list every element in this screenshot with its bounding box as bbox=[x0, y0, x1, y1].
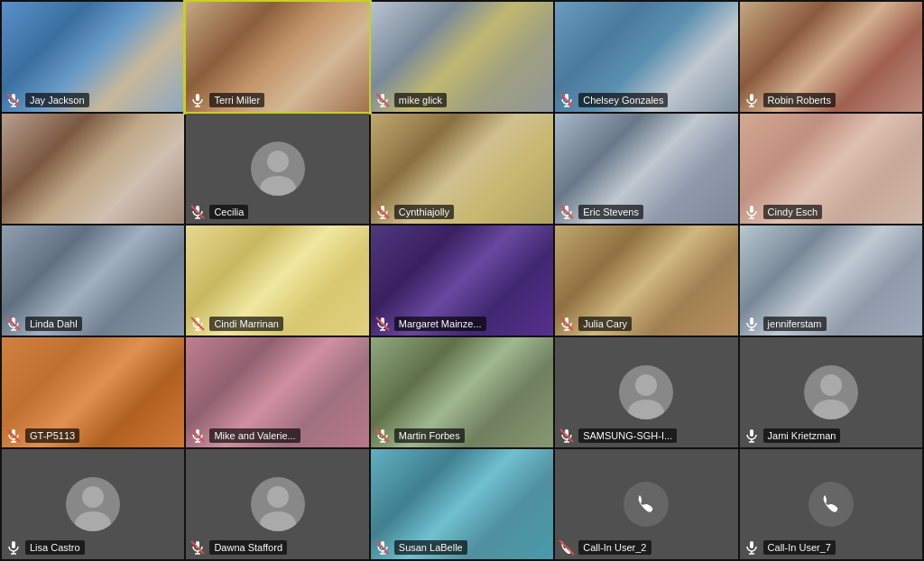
svg-point-82 bbox=[267, 486, 289, 508]
mic-muted-icon bbox=[5, 92, 22, 108]
label-cynthia-jolly: Cynthiajolly bbox=[374, 204, 550, 220]
name-tag-mike-glick: mike glick bbox=[394, 93, 447, 107]
svg-point-66 bbox=[635, 374, 657, 396]
name-tag-cecilia: Cecilia bbox=[209, 205, 248, 219]
svg-rect-15 bbox=[750, 94, 753, 101]
label-jami-krietzman: Jami Krietzman bbox=[744, 428, 919, 444]
name-tag-chelsey-gonzales: Chelsey Gonzales bbox=[578, 93, 668, 107]
mic-active-icon bbox=[744, 316, 760, 332]
mic-active-icon bbox=[744, 204, 760, 220]
mic-active-icon bbox=[189, 92, 206, 108]
tile-cynthia-jolly[interactable]: Cynthiajolly bbox=[371, 114, 553, 224]
svg-point-83 bbox=[260, 511, 296, 531]
tile-eric-stevens[interactable]: Eric Stevens bbox=[555, 114, 737, 224]
svg-rect-74 bbox=[750, 429, 753, 437]
mic-muted-icon bbox=[374, 92, 391, 108]
name-tag-julia-cary: Julia Cary bbox=[578, 317, 632, 331]
tile-linda-dahl[interactable]: Linda Dahl bbox=[2, 225, 184, 336]
tile-jay-jackson[interactable]: Jay Jackson bbox=[2, 2, 184, 112]
label-chelsey-gonzales: Chelsey Gonzales bbox=[559, 92, 734, 108]
svg-rect-32 bbox=[750, 206, 753, 213]
label-robin-roberts: Robin Roberts bbox=[744, 92, 919, 108]
svg-rect-51 bbox=[750, 317, 753, 325]
avatar-jami-krietzman bbox=[804, 365, 858, 419]
mic-muted-icon bbox=[559, 428, 575, 444]
name-tag-cindy-esch: Cindy Esch bbox=[763, 205, 823, 219]
tile-lisa-castro[interactable]: Lisa Castro bbox=[2, 449, 184, 559]
phone-icon-callin-user-2 bbox=[624, 482, 669, 527]
tile-julia-cary[interactable]: Julia Cary bbox=[555, 225, 737, 336]
tile-gt-p5113[interactable]: GT-P5113 bbox=[2, 337, 184, 447]
name-tag-lisa-castro: Lisa Castro bbox=[25, 540, 85, 555]
avatar-cecilia bbox=[251, 142, 305, 196]
mic-active-icon bbox=[5, 539, 22, 556]
mic-muted-icon bbox=[374, 316, 391, 332]
label-julia-cary: Julia Cary bbox=[559, 316, 734, 332]
mic-active-icon bbox=[744, 92, 760, 108]
tile-cindi-marrinan[interactable]: Cindi Marrinan bbox=[186, 225, 368, 336]
name-tag-susan-labelle: Susan LaBelle bbox=[394, 540, 467, 555]
label-linda-dahl: Linda Dahl bbox=[5, 316, 180, 332]
label-cindy-esch: Cindy Esch bbox=[744, 204, 919, 220]
tile-jennifer-stam[interactable]: jenniferstam bbox=[740, 225, 922, 336]
name-tag-robin-roberts: Robin Roberts bbox=[763, 93, 836, 107]
tile-dawna-stafford[interactable]: Dawna Stafford bbox=[186, 449, 368, 559]
tile-cindy-esch[interactable]: Cindy Esch bbox=[740, 114, 922, 224]
mic-muted-icon bbox=[5, 316, 22, 332]
tile-mike-glick[interactable]: mike glick bbox=[371, 2, 553, 112]
tile-martin-forbes[interactable]: Martin Forbes bbox=[371, 337, 553, 447]
mic-active-icon bbox=[744, 539, 760, 556]
svg-point-67 bbox=[628, 400, 664, 419]
tile-samsung-sgh[interactable]: SAMSUNG-SGH-I... bbox=[555, 337, 737, 447]
label-mike-valerie: Mike and Valerie... bbox=[189, 428, 365, 444]
phone-icon-callin-user-7 bbox=[808, 482, 854, 527]
label-lisa-castro: Lisa Castro bbox=[5, 539, 180, 556]
avatar-lisa-castro bbox=[66, 477, 120, 531]
svg-point-77 bbox=[82, 486, 104, 508]
mic-muted-icon bbox=[559, 316, 575, 332]
mic-muted-icon bbox=[559, 539, 575, 556]
label-margaret-mainze: Margaret Mainze... bbox=[374, 316, 550, 332]
svg-point-72 bbox=[820, 374, 842, 396]
tile-robin-roberts[interactable]: Robin Roberts bbox=[740, 2, 922, 112]
tile-callin-user-7[interactable]: Call-In User_7 bbox=[740, 449, 922, 559]
tile-chelsey-gonzales[interactable]: Chelsey Gonzales bbox=[555, 2, 737, 112]
name-tag-samsung-sgh: SAMSUNG-SGH-I... bbox=[578, 428, 677, 443]
label-samsung-sgh: SAMSUNG-SGH-I... bbox=[559, 428, 734, 444]
name-tag-cynthia-jolly: Cynthiajolly bbox=[394, 205, 454, 219]
tile-cecilia[interactable]: Cecilia bbox=[186, 114, 368, 224]
mic-muted-icon bbox=[374, 428, 391, 444]
name-tag-callin-user-7: Call-In User_7 bbox=[763, 540, 836, 555]
label-eric-stevens: Eric Stevens bbox=[559, 204, 734, 220]
tile-unnamed1[interactable] bbox=[2, 114, 184, 224]
avatar-samsung-sgh bbox=[619, 365, 673, 419]
mic-muted-icon bbox=[189, 428, 206, 444]
avatar-dawna-stafford bbox=[251, 477, 305, 531]
label-cindi-marrinan: Cindi Marrinan bbox=[189, 316, 365, 332]
mic-muted-icon bbox=[559, 204, 575, 220]
name-tag-martin-forbes: Martin Forbes bbox=[394, 428, 465, 443]
name-tag-jennifer-stam: jenniferstam bbox=[763, 317, 827, 331]
label-gt-p5113: GT-P5113 bbox=[5, 428, 180, 444]
tile-mike-valerie[interactable]: Mike and Valerie... bbox=[186, 337, 368, 447]
mic-muted-icon bbox=[374, 204, 391, 220]
video-bg-unnamed1 bbox=[2, 114, 184, 224]
tile-susan-labelle[interactable]: Susan LaBelle bbox=[371, 449, 553, 559]
mic-muted-icon bbox=[5, 428, 22, 444]
name-tag-jay-jackson: Jay Jackson bbox=[25, 93, 89, 107]
mic-muted-icon bbox=[189, 316, 206, 332]
tile-callin-user-2[interactable]: Call-In User_2 bbox=[555, 449, 737, 559]
tile-jami-krietzman[interactable]: Jami Krietzman bbox=[740, 337, 922, 447]
mic-muted-icon bbox=[189, 539, 206, 556]
mic-muted-icon bbox=[374, 539, 391, 556]
tile-margaret-mainze[interactable]: Margaret Mainze... bbox=[371, 225, 553, 336]
label-callin-user-7: Call-In User_7 bbox=[744, 539, 919, 556]
label-susan-labelle: Susan LaBelle bbox=[374, 539, 550, 556]
name-tag-linda-dahl: Linda Dahl bbox=[25, 317, 82, 331]
tile-terri-miller[interactable]: Terri Miller bbox=[186, 2, 368, 112]
name-tag-callin-user-2: Call-In User_2 bbox=[578, 540, 651, 555]
label-jay-jackson: Jay Jackson bbox=[5, 92, 180, 108]
label-dawna-stafford: Dawna Stafford bbox=[189, 539, 365, 556]
svg-rect-4 bbox=[196, 94, 199, 101]
svg-point-18 bbox=[267, 151, 289, 172]
